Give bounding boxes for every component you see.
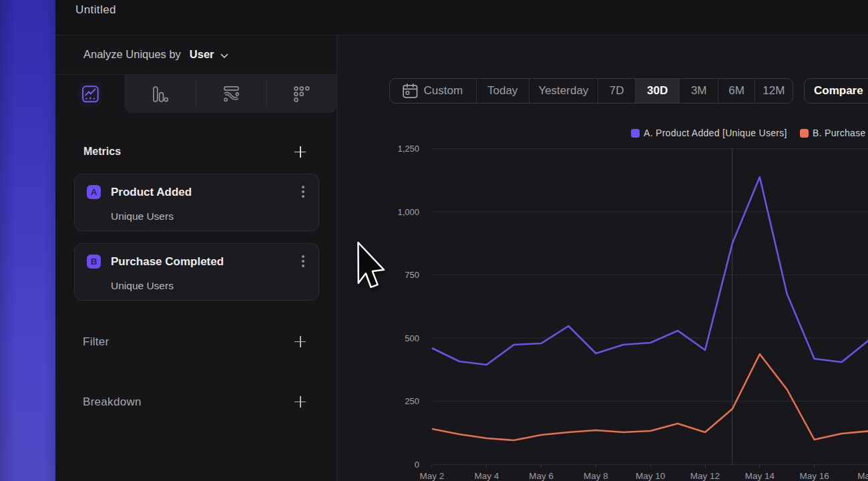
svg-text:500: 500 xyxy=(405,333,419,343)
svg-text:May 6: May 6 xyxy=(529,471,554,481)
svg-text:May 8: May 8 xyxy=(584,471,608,481)
svg-text:1,000: 1,000 xyxy=(397,207,419,217)
svg-text:250: 250 xyxy=(405,396,419,406)
svg-text:May 2: May 2 xyxy=(420,471,445,481)
svg-text:May 18: May 18 xyxy=(857,471,868,481)
svg-text:750: 750 xyxy=(405,270,419,280)
svg-text:May 4: May 4 xyxy=(474,471,499,481)
svg-text:0: 0 xyxy=(415,460,419,470)
svg-text:May 10: May 10 xyxy=(636,471,665,481)
svg-text:May 14: May 14 xyxy=(745,471,775,481)
svg-text:May 12: May 12 xyxy=(690,471,720,481)
svg-text:May 16: May 16 xyxy=(799,471,829,481)
svg-text:1,250: 1,250 xyxy=(397,144,419,154)
